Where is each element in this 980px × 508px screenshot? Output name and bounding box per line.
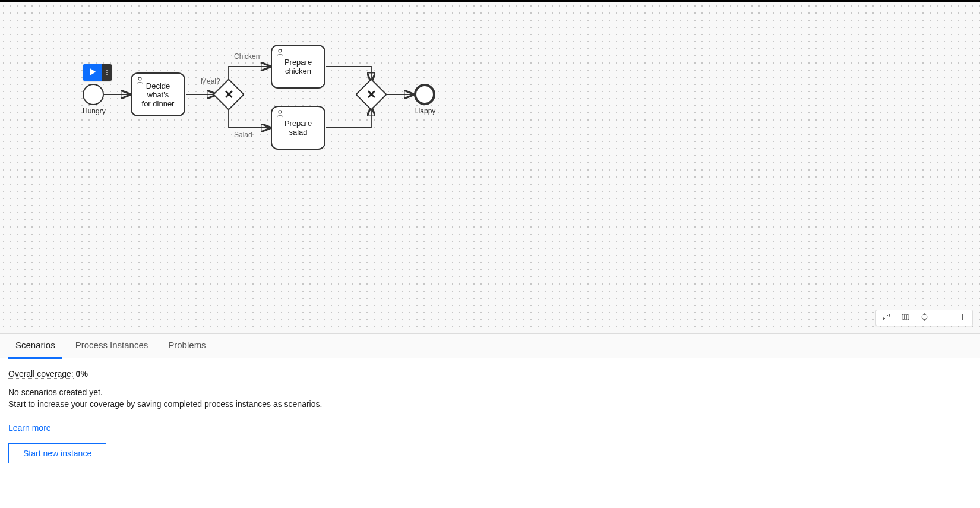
svg-point-2 bbox=[279, 111, 282, 113]
empty-message-1: No scenarios created yet. bbox=[8, 387, 972, 399]
svg-point-3 bbox=[922, 314, 927, 320]
gateway-merge[interactable]: ✕ bbox=[360, 83, 382, 106]
tab-problems[interactable]: Problems bbox=[168, 334, 206, 358]
task-prepare-chicken-label: Prepare chicken bbox=[284, 58, 312, 75]
coverage-line: Overall coverage: 0% bbox=[8, 369, 972, 378]
tabs: Scenarios Process Instances Problems bbox=[0, 334, 980, 358]
gateway-split[interactable]: ✕ bbox=[217, 83, 240, 106]
minus-icon bbox=[939, 313, 948, 324]
start-new-instance-button[interactable]: Start new instance bbox=[8, 443, 106, 463]
canvas-toolbar bbox=[875, 310, 973, 326]
play-bar bbox=[83, 64, 112, 81]
end-event[interactable] bbox=[414, 84, 435, 105]
svg-point-0 bbox=[138, 77, 141, 80]
start-event-label: Hungry bbox=[83, 107, 105, 115]
play-button[interactable] bbox=[83, 64, 102, 81]
diagram-canvas[interactable]: Hungry Decide what's for dinner ✕ Meal? … bbox=[0, 2, 980, 334]
task-decide[interactable]: Decide what's for dinner bbox=[131, 72, 185, 116]
edge-salad-label: Salad bbox=[234, 131, 252, 139]
map-icon bbox=[901, 313, 910, 324]
expand-button[interactable] bbox=[881, 313, 892, 323]
empty-message-2: Start to increase your coverage by savin… bbox=[8, 399, 972, 411]
plus-icon bbox=[958, 313, 967, 324]
task-prepare-chicken[interactable]: Prepare chicken bbox=[271, 45, 325, 89]
coverage-label: Overall coverage: bbox=[8, 369, 74, 379]
gateway-split-label: Meal? bbox=[201, 77, 220, 86]
target-icon bbox=[920, 313, 929, 324]
user-icon bbox=[276, 109, 284, 120]
kebab-icon bbox=[106, 69, 108, 76]
task-prepare-salad-label: Prepare salad bbox=[276, 119, 321, 137]
sequence-flows bbox=[0, 2, 980, 333]
task-prepare-salad[interactable]: Prepare salad bbox=[271, 106, 325, 150]
coverage-value: 0% bbox=[76, 369, 88, 378]
tab-scenarios[interactable]: Scenarios bbox=[15, 334, 55, 358]
scenarios-term: scenarios bbox=[21, 387, 57, 397]
user-icon bbox=[135, 76, 144, 87]
tab-process-instances[interactable]: Process Instances bbox=[75, 334, 148, 358]
minimap-button[interactable] bbox=[900, 313, 911, 323]
user-icon bbox=[276, 48, 284, 59]
end-event-label: Happy bbox=[414, 107, 437, 115]
zoom-out-button[interactable] bbox=[938, 313, 949, 323]
zoom-in-button[interactable] bbox=[957, 313, 968, 323]
svg-point-1 bbox=[279, 49, 282, 52]
expand-icon bbox=[882, 313, 891, 324]
play-menu-button[interactable] bbox=[102, 64, 112, 81]
scenarios-panel: Overall coverage: 0% No scenarios create… bbox=[0, 358, 980, 474]
play-icon bbox=[90, 67, 96, 78]
start-event[interactable] bbox=[83, 84, 104, 105]
learn-more-link[interactable]: Learn more bbox=[8, 423, 51, 433]
reset-view-button[interactable] bbox=[919, 313, 930, 323]
edge-chicken-label: Chicken bbox=[234, 52, 260, 61]
